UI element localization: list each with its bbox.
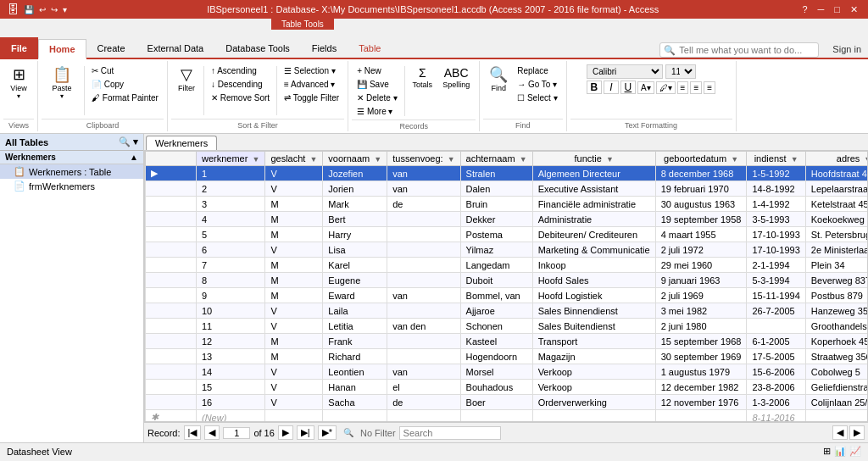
cell-werknemer[interactable]: 2 xyxy=(197,181,265,197)
col-header-voornaam[interactable]: voornaam ▼ xyxy=(323,152,387,166)
new-cell-adres[interactable] xyxy=(805,410,868,423)
tab-database-tools[interactable]: Database Tools xyxy=(214,37,301,58)
table-row[interactable]: 7MKarelLangedamInkoop29 mei 19602-1-1994… xyxy=(146,258,869,273)
cell-geslacht[interactable]: M xyxy=(265,273,323,288)
row-selector[interactable] xyxy=(146,364,197,380)
table-row[interactable]: 15VHananelBouhadousVerkoop12 december 19… xyxy=(146,380,869,395)
cell-adres[interactable]: Colijnlaan 25/2A xyxy=(805,395,868,410)
cell-adres[interactable]: Ketelstraat 45 xyxy=(805,197,868,212)
tab-fields[interactable]: Fields xyxy=(301,37,348,58)
cell-geboortedatum[interactable]: 2 juli 1969 xyxy=(655,288,747,303)
row-selector[interactable] xyxy=(146,242,197,258)
scroll-left-button[interactable]: ◀ xyxy=(832,425,848,440)
cell-werknemer[interactable]: 12 xyxy=(197,334,265,349)
cell-achternaam[interactable]: Schonen xyxy=(460,319,532,334)
cell-tussenvoegsel[interactable] xyxy=(387,212,460,227)
new-cell-indienst[interactable]: 8-11-2016 xyxy=(747,410,805,423)
cell-tussenvoegsel[interactable]: el xyxy=(387,380,460,395)
cell-geslacht[interactable]: V xyxy=(265,166,323,181)
cell-indienst[interactable]: 15-6-2006 xyxy=(747,364,805,380)
row-selector[interactable] xyxy=(146,319,197,334)
cell-adres[interactable]: Koperhoek 45 xyxy=(805,334,868,349)
cell-geboortedatum[interactable]: 8 december 1968 xyxy=(655,166,747,181)
view-datasheet-icon[interactable]: ⊞ xyxy=(823,446,831,457)
cell-achternaam[interactable]: Langedam xyxy=(460,258,532,273)
cell-werknemer[interactable]: 13 xyxy=(197,349,265,364)
replace-button[interactable]: Replace xyxy=(514,64,560,77)
cell-voornaam[interactable]: Eugene xyxy=(323,273,387,288)
cell-indienst[interactable]: 17-5-2005 xyxy=(747,349,805,364)
ascending-button[interactable]: ↑ Ascending xyxy=(208,64,273,77)
cut-button[interactable]: ✂ Cut xyxy=(88,64,162,77)
cell-functie[interactable]: Hoofd Logistiek xyxy=(532,288,655,303)
cell-adres[interactable]: St. Petersbrug 102 xyxy=(805,227,868,242)
cell-voornaam[interactable]: Karel xyxy=(323,258,387,273)
cell-indienst[interactable]: 1-4-1992 xyxy=(747,197,805,212)
cell-werknemer[interactable]: 11 xyxy=(197,319,265,334)
paste-dropdown[interactable]: ▾ xyxy=(60,92,64,100)
cell-functie[interactable]: Transport xyxy=(532,334,655,349)
cell-werknemer[interactable]: 1 xyxy=(197,166,265,181)
new-cell-functie[interactable] xyxy=(532,410,655,423)
cell-geslacht[interactable]: M xyxy=(265,288,323,303)
cell-geslacht[interactable]: V xyxy=(265,181,323,197)
cell-tussenvoegsel[interactable] xyxy=(387,227,460,242)
cell-functie[interactable]: Marketing & Communicatie xyxy=(532,242,655,258)
cell-geslacht[interactable]: V xyxy=(265,303,323,319)
font-color-button[interactable]: A▾ xyxy=(637,81,654,94)
cell-achternaam[interactable]: Postema xyxy=(460,227,532,242)
cell-werknemer[interactable]: 14 xyxy=(197,364,265,380)
cell-functie[interactable]: Verkoop xyxy=(532,380,655,395)
cell-indienst[interactable]: 1-5-1992 xyxy=(747,166,805,181)
nav-item-werknemers-table[interactable]: 📋 Werknemers : Table xyxy=(0,164,143,179)
maximize-button[interactable]: □ xyxy=(831,4,843,15)
cell-functie[interactable]: Executive Assistant xyxy=(532,181,655,197)
cell-functie[interactable]: Verkoop xyxy=(532,364,655,380)
view-pivottable-icon[interactable]: 📊 xyxy=(834,446,846,457)
cell-achternaam[interactable]: Yilmaz xyxy=(460,242,532,258)
cell-functie[interactable]: Algemeen Directeur xyxy=(532,166,655,181)
nav-current-input[interactable] xyxy=(223,427,250,439)
table-row[interactable]: 12MFrankKasteelTransport15 september 196… xyxy=(146,334,869,349)
cell-geslacht[interactable]: M xyxy=(265,258,323,273)
row-selector[interactable] xyxy=(146,288,197,303)
align-center-button[interactable]: ≡ xyxy=(690,81,702,94)
cell-tussenvoegsel[interactable]: van xyxy=(387,288,460,303)
col-header-geslacht[interactable]: geslacht ▼ xyxy=(265,152,323,166)
table-row[interactable]: 14VLeontienvanMorselVerkoop1 augustus 19… xyxy=(146,364,869,380)
cell-geboortedatum[interactable]: 15 september 1968 xyxy=(655,334,747,349)
format-painter-button[interactable]: 🖌 Format Painter xyxy=(88,92,162,104)
cell-geboortedatum[interactable]: 19 september 1958 xyxy=(655,212,747,227)
table-row[interactable]: 2VJorienvanDalenExecutive Assistant19 fe… xyxy=(146,181,869,197)
nav-last-button[interactable]: ▶| xyxy=(297,425,314,440)
cell-geboortedatum[interactable]: 19 februari 1970 xyxy=(655,181,747,197)
cell-achternaam[interactable]: Duboit xyxy=(460,273,532,288)
cell-geslacht[interactable]: V xyxy=(265,380,323,395)
align-left-button[interactable]: ≡ xyxy=(677,81,689,94)
cell-geslacht[interactable]: M xyxy=(265,334,323,349)
tab-table[interactable]: Table xyxy=(348,37,392,58)
cell-werknemer[interactable]: 4 xyxy=(197,212,265,227)
descending-button[interactable]: ↓ Descending xyxy=(208,78,273,91)
cell-indienst[interactable]: 6-1-2005 xyxy=(747,334,805,349)
cell-tussenvoegsel[interactable]: van xyxy=(387,364,460,380)
cell-functie[interactable]: Administratie xyxy=(532,212,655,227)
cell-voornaam[interactable]: Jorien xyxy=(323,181,387,197)
cell-tussenvoegsel[interactable] xyxy=(387,258,460,273)
ribbon-search-box[interactable]: 🔍 xyxy=(659,42,819,58)
font-select[interactable]: Calibri xyxy=(587,64,663,79)
cell-voornaam[interactable]: Bert xyxy=(323,212,387,227)
cell-voornaam[interactable]: Eward xyxy=(323,288,387,303)
cell-geslacht[interactable]: M xyxy=(265,212,323,227)
cell-indienst[interactable] xyxy=(747,319,805,334)
cell-functie[interactable]: Hoofd Sales xyxy=(532,273,655,288)
cell-functie[interactable]: Magazijn xyxy=(532,349,655,364)
row-selector[interactable] xyxy=(146,212,197,227)
cell-tussenvoegsel[interactable] xyxy=(387,334,460,349)
cell-tussenvoegsel[interactable] xyxy=(387,242,460,258)
spelling-button[interactable]: ABC Spelling xyxy=(438,64,474,92)
cell-voornaam[interactable]: Leontien xyxy=(323,364,387,380)
select-button[interactable]: ☐ Select ▾ xyxy=(514,92,560,104)
cell-tussenvoegsel[interactable] xyxy=(387,303,460,319)
row-selector[interactable] xyxy=(146,258,197,273)
